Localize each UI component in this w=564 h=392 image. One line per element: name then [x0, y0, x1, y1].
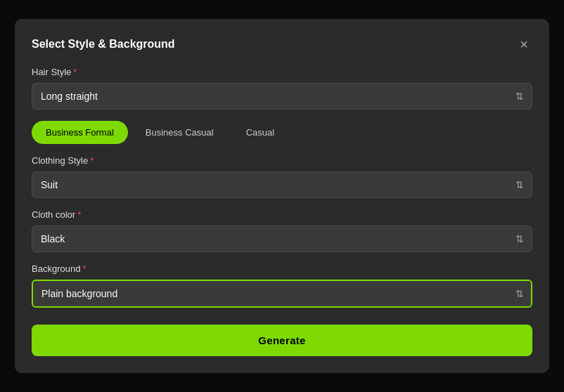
background-select-wrapper: Plain background Office Studio Outdoor A…	[32, 280, 532, 308]
hair-style-label: Hair Style *	[32, 67, 532, 77]
hair-style-select[interactable]: Long straight Short straight Curly Wavy …	[32, 83, 532, 110]
background-select[interactable]: Plain background Office Studio Outdoor A…	[32, 280, 532, 308]
modal-title: Select Style & Background	[32, 38, 175, 51]
clothing-style-select-wrapper: Suit Dress shirt Blazer T-shirt Jacket ⇅	[32, 171, 532, 198]
cloth-color-required: *	[77, 209, 81, 220]
cloth-color-select-wrapper: Black White Navy Grey Blue Red ⇅	[32, 226, 532, 252]
background-required: *	[82, 263, 86, 274]
clothing-style-group: Clothing Style * Suit Dress shirt Blazer…	[32, 155, 532, 198]
generate-button[interactable]: Generate	[32, 325, 532, 356]
close-button[interactable]: ×	[515, 36, 532, 53]
cloth-color-label: Cloth color *	[32, 209, 532, 220]
style-tabs: Business Formal Business Casual Casual	[32, 121, 532, 144]
clothing-style-required: *	[90, 155, 94, 166]
hair-style-group: Hair Style * Long straight Short straigh…	[32, 67, 532, 110]
tab-business-casual[interactable]: Business Casual	[131, 121, 229, 144]
clothing-style-label: Clothing Style *	[32, 155, 532, 166]
tab-casual[interactable]: Casual	[231, 121, 289, 144]
tab-business-formal[interactable]: Business Formal	[32, 121, 128, 144]
background-label: Background *	[32, 263, 532, 274]
hair-style-required: *	[73, 67, 77, 77]
modal-dialog: Select Style & Background × Hair Style *…	[15, 19, 549, 373]
cloth-color-select[interactable]: Black White Navy Grey Blue Red	[32, 226, 532, 252]
cloth-color-group: Cloth color * Black White Navy Grey Blue…	[32, 209, 532, 252]
modal-header: Select Style & Background ×	[32, 36, 532, 53]
background-group: Background * Plain background Office Stu…	[32, 263, 532, 308]
hair-style-select-wrapper: Long straight Short straight Curly Wavy …	[32, 83, 532, 110]
modal-overlay: Select Style & Background × Hair Style *…	[0, 0, 564, 392]
clothing-style-select[interactable]: Suit Dress shirt Blazer T-shirt Jacket	[32, 171, 532, 198]
